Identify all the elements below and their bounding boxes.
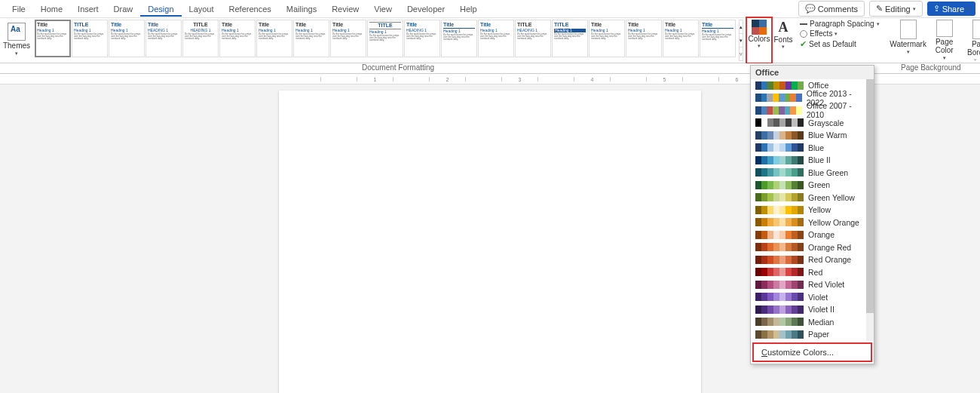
color-theme-item[interactable]: Blue II: [751, 154, 874, 167]
style-set-item[interactable]: TITLEHeading 1Do the quick brown fox jum…: [72, 20, 108, 57]
color-theme-item[interactable]: Red: [751, 266, 874, 279]
color-theme-item[interactable]: Red Orange: [751, 253, 874, 266]
effects-button[interactable]: Effects ▾: [800, 29, 880, 38]
menu-file[interactable]: File: [5, 2, 33, 17]
dropdown-scrollbar[interactable]: [866, 79, 874, 341]
style-set-item[interactable]: TitleHeading 1Do the quick brown fox jum…: [589, 20, 625, 57]
menu-draw[interactable]: Draw: [106, 2, 141, 17]
menu-home[interactable]: Home: [33, 2, 70, 17]
style-set-item[interactable]: TITLEHeading 1Do the quick brown fox jum…: [367, 20, 403, 57]
menu-help[interactable]: Help: [452, 2, 485, 17]
color-theme-item[interactable]: Blue: [751, 142, 874, 155]
color-theme-item[interactable]: Paper: [751, 328, 874, 341]
menu-mailings[interactable]: Mailings: [279, 2, 324, 17]
page-borders-button[interactable]: Page Borders: [964, 20, 980, 61]
colors-theme-list[interactable]: OfficeOffice 2013 - 2022Office 2007 - 20…: [751, 79, 874, 341]
style-set-item[interactable]: TitleHeading 1Do the quick brown fox jum…: [663, 20, 699, 57]
style-set-item[interactable]: TitleHeading 1Do the quick brown fox jum…: [219, 20, 256, 57]
gallery-scroll-up[interactable]: ▴: [740, 20, 743, 34]
style-set-item[interactable]: TitleHeading 1Do the quick brown fox jum…: [441, 20, 477, 57]
color-swatch-row: [755, 94, 802, 102]
ruler-tick: 1: [357, 77, 393, 81]
style-set-item[interactable]: TITLEHEADING 1Do the quick brown fox jum…: [182, 20, 219, 57]
menu-review[interactable]: Review: [324, 2, 366, 17]
editing-label: Editing: [885, 5, 911, 14]
set-default-button[interactable]: ✔ Set as Default: [800, 39, 880, 49]
style-set-item[interactable]: TitleHEADING 1Do the quick brown fox jum…: [404, 20, 440, 57]
color-theme-item[interactable]: Blue Green: [751, 167, 874, 180]
color-theme-label: Orange Red: [808, 243, 851, 252]
menu-view[interactable]: View: [366, 2, 400, 17]
watermark-button[interactable]: Watermark ▾: [892, 20, 925, 61]
menu-design[interactable]: Design: [140, 2, 181, 17]
style-set-item[interactable]: TITLEHeading 1Do the quick brown fox jum…: [552, 20, 588, 57]
color-theme-item[interactable]: Red Violet: [751, 278, 874, 291]
comment-icon: 💬: [805, 4, 816, 14]
color-swatch-row: [755, 81, 804, 90]
colors-icon: [752, 20, 767, 35]
color-theme-item[interactable]: Yellow: [751, 204, 874, 216]
color-theme-item[interactable]: Median: [751, 316, 874, 329]
style-set-item[interactable]: TitleHEADING 1Do the quick brown fox jum…: [145, 20, 182, 57]
color-theme-label: Blue II: [808, 155, 831, 164]
gallery-expand[interactable]: ▿: [740, 48, 743, 60]
color-theme-item[interactable]: Green: [751, 179, 874, 192]
color-theme-item[interactable]: Orange: [751, 229, 874, 241]
themes-button[interactable]: Themes ▾: [3, 20, 30, 60]
style-set-item[interactable]: TitleHeading 1Do the quick brown fox jum…: [293, 20, 329, 57]
spacing-icon: [800, 23, 807, 25]
paragraph-spacing-button[interactable]: Paragraph Spacing ▾: [800, 20, 880, 28]
page-color-button[interactable]: Page Color ▾: [928, 20, 961, 61]
themes-label: Themes: [3, 41, 30, 50]
menu-developer[interactable]: Developer: [400, 2, 452, 17]
check-icon: ✔: [800, 39, 807, 49]
style-set-item[interactable]: TitleHeading 1Do the quick brown fox jum…: [330, 20, 366, 57]
ruler-tick: 4: [574, 77, 610, 81]
ribbon-collapse-icon[interactable]: ⌄: [972, 57, 978, 62]
chevron-down-icon: ▾: [835, 31, 838, 37]
color-theme-item[interactable]: Orange Red: [751, 241, 874, 254]
document-formatting-gallery[interactable]: TitleHeading 1Do the quick brown fox jum…: [33, 18, 738, 60]
menu-layout[interactable]: Layout: [182, 2, 222, 17]
style-set-item[interactable]: TitleHeading 1Do the quick brown fox jum…: [256, 20, 292, 57]
style-set-item[interactable]: TITLEHEADING 1Do the quick brown fox jum…: [515, 20, 551, 57]
style-set-item[interactable]: TitleHeading 1Do the quick brown fox jum…: [109, 20, 145, 57]
fonts-icon: A: [779, 20, 789, 35]
color-theme-item[interactable]: Violet: [751, 291, 874, 304]
color-theme-label: Blue Warm: [808, 130, 847, 140]
menu-references[interactable]: References: [222, 2, 279, 17]
color-theme-item[interactable]: Blue Warm: [751, 129, 874, 142]
document-page[interactable]: [279, 91, 701, 393]
style-set-item[interactable]: TitleHeading 1Do the quick brown fox jum…: [626, 20, 662, 57]
colors-button[interactable]: Colors ▾: [747, 18, 771, 63]
color-theme-label: Violet II: [808, 305, 835, 314]
customize-colors-button[interactable]: Customize Colors...: [752, 342, 872, 362]
color-swatch-row: [755, 156, 804, 164]
style-set-item[interactable]: TitleHeading 1Do the quick brown fox jum…: [700, 20, 736, 57]
color-swatch-row: [755, 181, 804, 189]
style-set-item[interactable]: TitleHeading 1Do the quick brown fox jum…: [478, 20, 514, 57]
set-default-label: Set as Default: [809, 40, 856, 48]
ruler-tick: [682, 77, 718, 81]
pencil-icon: ✎: [876, 4, 883, 14]
color-theme-item[interactable]: Office 2007 - 2010: [751, 104, 874, 117]
ruler-tick: [610, 77, 646, 81]
customize-colors-label: Customize Colors...: [761, 348, 834, 357]
style-set-item[interactable]: TitleHeading 1Do the quick brown fox jum…: [35, 20, 71, 57]
colors-label: Colors: [749, 35, 770, 43]
comments-button[interactable]: 💬 Comments: [798, 1, 865, 17]
color-theme-item[interactable]: Yellow Orange: [751, 216, 874, 229]
color-theme-label: Yellow: [808, 205, 831, 214]
editing-button[interactable]: ✎ Editing ▾: [869, 1, 923, 17]
menu-insert[interactable]: Insert: [70, 2, 106, 17]
color-theme-item[interactable]: Green Yellow: [751, 192, 874, 204]
color-theme-item[interactable]: Violet II: [751, 303, 874, 316]
page-color-label: Page Color: [928, 38, 961, 54]
color-swatch-row: [755, 131, 804, 140]
share-button[interactable]: ⇪ Share ▾: [927, 2, 975, 16]
chevron-down-icon: ▾: [758, 43, 761, 49]
color-swatch-row: [755, 330, 804, 339]
gallery-scroll-down[interactable]: ▾: [740, 34, 743, 48]
fonts-button[interactable]: A Fonts ▾: [771, 18, 795, 63]
scrollbar-thumb[interactable]: [866, 79, 874, 313]
